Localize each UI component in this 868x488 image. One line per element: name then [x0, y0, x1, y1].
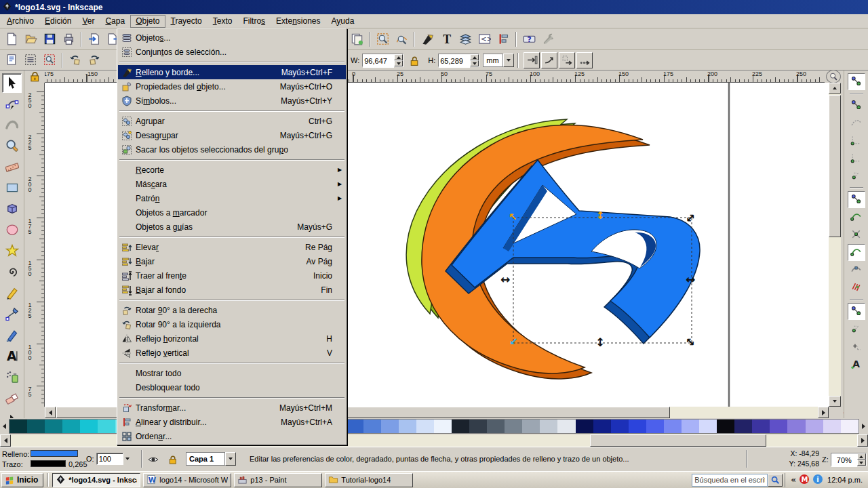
xml-editor-button[interactable]: <> — [475, 30, 493, 48]
palette-swatch[interactable] — [62, 420, 80, 433]
palette-scroll-right[interactable] — [857, 434, 868, 447]
tray-m-icon[interactable]: M — [799, 474, 810, 486]
opacity-spinner-icon[interactable] — [125, 458, 130, 460]
menu-item-patr-n[interactable]: Patrón▶ — [118, 191, 346, 205]
palette-swatch[interactable] — [557, 420, 575, 433]
menu-item-recorte[interactable]: Recorte▶ — [118, 163, 346, 177]
width-spinner[interactable] — [394, 54, 403, 66]
selection-handle-right-icon[interactable]: ↔ — [686, 274, 695, 285]
tool-zoom[interactable] — [2, 136, 22, 156]
fill-stroke-button[interactable] — [418, 30, 436, 48]
select-stack-button[interactable] — [22, 52, 39, 69]
search-button[interactable] — [768, 474, 783, 487]
palette-left-arrow[interactable] — [0, 418, 9, 434]
vertical-scroll-thumb[interactable] — [829, 95, 841, 237]
taskbar-task-logo14-svg-inkscape[interactable]: *logo14.svg - Inkscape — [52, 473, 140, 487]
menu-item-rotar-90-a-la-izquierda[interactable]: Rotar 90° a la izquierda — [118, 317, 346, 331]
scroll-up-button[interactable] — [829, 83, 841, 94]
palette-swatch[interactable] — [629, 420, 646, 433]
palette-swatch[interactable] — [611, 420, 629, 433]
palette-swatch[interactable] — [734, 420, 752, 433]
menu-item-desbloquear-todo[interactable]: Desbloquear todo — [118, 380, 346, 394]
ruler-corner[interactable] — [24, 70, 45, 83]
height-input[interactable] — [439, 54, 470, 68]
tool-spray[interactable] — [2, 367, 22, 387]
palette-swatch[interactable] — [576, 420, 593, 433]
menu-item-elevar[interactable]: ElevarRe Pág — [118, 240, 346, 254]
menubar-item-filtros[interactable]: Filtros — [237, 15, 271, 28]
stroke-swatch[interactable] — [31, 460, 66, 467]
affect-move-box-button[interactable] — [559, 52, 575, 68]
taskbar-task-logo14-microsoft-word[interactable]: Wlogo14 - Microsoft Word — [143, 473, 231, 487]
palette-swatch[interactable] — [9, 420, 27, 433]
snap-nodes-button[interactable] — [848, 191, 865, 208]
scroll-down-button[interactable] — [829, 396, 841, 407]
snap-smooth-nodes-button[interactable] — [848, 262, 865, 279]
menubar-item-capa[interactable]: Capa — [100, 15, 130, 28]
palette-swatch[interactable] — [80, 420, 98, 433]
menu-item-desagrupar[interactable]: DesagruparMayús+Ctrl+G — [118, 128, 346, 142]
tool-box3d[interactable] — [2, 199, 22, 219]
selection-handle-left-icon[interactable]: ↔ — [500, 274, 510, 285]
menu-item-bajar-al-fondo[interactable]: Bajar al fondoFin — [118, 283, 346, 297]
menu-item-bajar[interactable]: BajarAv Pág — [118, 254, 346, 268]
palette-swatch[interactable] — [452, 420, 469, 433]
text-dialog-button[interactable]: T — [437, 30, 455, 48]
snap-text-baseline-button[interactable]: A — [848, 356, 865, 373]
tool-tweak[interactable] — [2, 115, 22, 135]
layer-visibility-toggle[interactable] — [146, 453, 160, 466]
palette-scroll-thumb[interactable] — [590, 434, 766, 447]
layer-lock-toggle[interactable] — [165, 453, 179, 466]
tool-spiral[interactable] — [2, 262, 22, 282]
gradient-handle-bl-icon[interactable]: ↙ — [509, 337, 518, 347]
help-button[interactable]: ? — [520, 30, 538, 48]
snap-others-button[interactable] — [848, 303, 865, 320]
menubar-item-texto[interactable]: Texto — [208, 15, 238, 28]
tool-star[interactable] — [2, 241, 22, 261]
affect-move-curve-button[interactable] — [541, 52, 557, 68]
snap-path-button[interactable] — [848, 209, 865, 226]
menubar-item-trayecto[interactable]: Trayecto — [165, 15, 208, 28]
menu-item-ordenar[interactable]: Ordenar... — [118, 429, 346, 443]
scroll-right-button[interactable] — [818, 407, 829, 418]
menu-item-traer-al-frente[interactable]: Traer al frenteInicio — [118, 268, 346, 283]
palette-swatch[interactable] — [770, 420, 787, 433]
tool-node[interactable] — [2, 94, 22, 114]
menu-item-alinear-y-distribuir[interactable]: Alinear y distribuir...Mayús+Ctrl+A — [118, 415, 346, 429]
tray-info-icon[interactable]: i — [812, 474, 823, 486]
menu-item-reflejo-horizontal[interactable]: Reflejo horizontalH — [118, 331, 346, 346]
snap-bbox-edge-mid-button[interactable] — [848, 150, 865, 167]
taskbar-task-p13-paint[interactable]: p13 - Paint — [234, 473, 322, 487]
opacity-value[interactable]: 100 — [96, 453, 123, 465]
snap-midpoints-button[interactable] — [848, 279, 865, 296]
menu-item-objetos-a-marcador[interactable]: Objetos a marcador — [118, 205, 346, 220]
fill-swatch[interactable] — [31, 450, 78, 457]
palette-swatch[interactable] — [416, 420, 434, 433]
layers-button[interactable] — [456, 30, 474, 48]
tool-rect[interactable] — [2, 178, 22, 198]
selection-handle-bottom-icon[interactable]: ↕ — [595, 337, 605, 348]
tool-measure[interactable] — [2, 157, 22, 177]
zoom-spinner[interactable] — [857, 453, 866, 466]
menubar-item-extensiones[interactable]: Extensiones — [271, 15, 326, 28]
palette-swatch[interactable] — [399, 420, 416, 433]
new-doc-button[interactable] — [3, 30, 20, 48]
tool-calligraphy[interactable] — [2, 325, 22, 345]
affect-move-bar-button[interactable] — [524, 52, 540, 68]
duplicate-button[interactable] — [348, 30, 366, 48]
menu-item-conjuntos-de-selecci-n[interactable]: Conjuntos de selección... — [118, 45, 346, 59]
palette-swatch[interactable] — [823, 420, 841, 433]
tray-chevron[interactable]: « — [791, 475, 796, 485]
palette-swatch[interactable] — [664, 420, 682, 433]
height-spinner[interactable] — [470, 54, 479, 66]
rotate-ccw-button[interactable] — [66, 52, 84, 69]
unit-dropdown-icon[interactable] — [503, 54, 514, 67]
palette-swatch[interactable] — [434, 420, 452, 433]
menu-item-s-mbolos[interactable]: Símbolos...Mayús+Ctrl+Y — [118, 94, 346, 108]
menubar-item-objeto[interactable]: Objeto — [130, 15, 165, 28]
menu-item-reflejo-vertical[interactable]: Reflejo verticalV — [118, 346, 346, 360]
palette-swatch[interactable] — [646, 420, 664, 433]
palette-swatch[interactable] — [27, 420, 45, 433]
zoom-selection-button[interactable] — [374, 30, 391, 48]
preferences-button[interactable] — [539, 30, 557, 48]
